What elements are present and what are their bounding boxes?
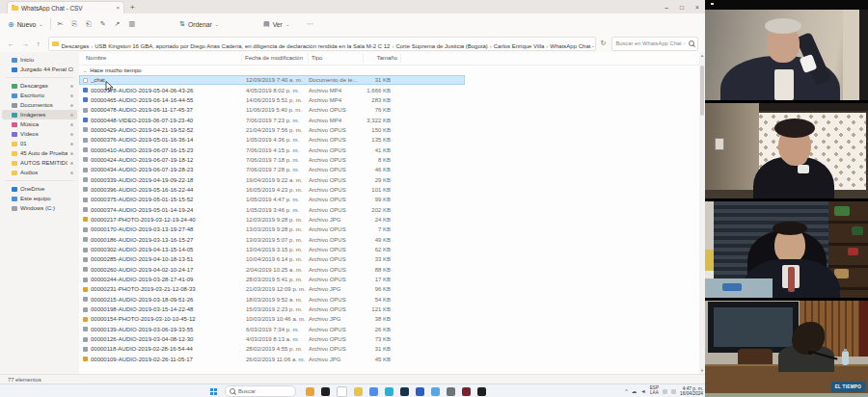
file-row[interactable]: 00000424-AUDIO-2019-06-07-19-18-127/06/2…	[79, 155, 705, 165]
sidebar-item-windows-c-[interactable]: Windows (C:)	[2, 203, 77, 213]
file-row[interactable]: 00000198-AUDIO-2019-03-15-14-22-4815/03/…	[79, 304, 705, 314]
column-header-1[interactable]: Fecha de modificación	[242, 54, 309, 63]
explorer-tab[interactable]: WhatsApp Chat - CSV ×	[7, 1, 124, 13]
group-header[interactable]: ⌄ Hace mucho tiempo	[79, 66, 705, 75]
view-button[interactable]: ▤ Ver ⌄	[263, 20, 289, 28]
paste-icon[interactable]: ⎗	[86, 20, 92, 28]
sidebar-item-45-auto-de-pruebas[interactable]: 45 Auto de Pruebas	[2, 148, 77, 158]
file-row[interactable]: 00000217-PHOTO-2019-03-12-19-24-4012/03/…	[79, 215, 705, 225]
volume-icon[interactable]: ◄	[640, 388, 645, 394]
participant-video-2[interactable]	[705, 103, 868, 198]
breadcrumb-item[interactable]: WhatsApp Chat - CSV	[550, 43, 595, 49]
clock[interactable]: 4:47 p. m. 16/04/2024	[680, 386, 703, 397]
tab-close-icon[interactable]: ×	[116, 5, 120, 11]
file-row[interactable]: 00000244-AUDIO-2019-03-28-17-41-0928/03/…	[79, 275, 705, 284]
taskbar-app-icon[interactable]	[477, 387, 486, 396]
close-icon[interactable]: ×	[690, 4, 705, 11]
forward-icon[interactable]: →	[22, 40, 29, 47]
breadcrumb-item[interactable]: Carlos Enrique Villa	[494, 43, 545, 49]
taskbar-search[interactable]: Buscar	[225, 385, 296, 397]
file-row[interactable]: 00000302-AUDIO-2019-04-13-15-14-0513/04/…	[79, 245, 705, 254]
taskbar-app-icon[interactable]	[431, 387, 440, 396]
taskbar-app-icon[interactable]	[447, 387, 455, 396]
file-row[interactable]: 00000339-AUDIO-2019-04-19-09-22-1819/04/…	[79, 174, 705, 184]
file-row[interactable]: 00000186-AUDIO-2019-03-13-16-15-2713/03/…	[79, 235, 705, 245]
taskbar-app-icon[interactable]	[400, 387, 409, 396]
file-row[interactable]: 00000375-AUDIO-2019-05-01-15-15-521/05/2…	[79, 195, 705, 204]
sidebar-item-juzgado-44-penal-circuito-g[interactable]: Juzgado 44 Penal Circuito G	[2, 65, 77, 74]
file-row[interactable]: 00000429-AUDIO-2019-04-21-19-52-5221/04/…	[79, 125, 705, 135]
cut-icon[interactable]: ✂	[58, 20, 64, 28]
column-header-3[interactable]: Tamaño	[364, 54, 401, 63]
file-row[interactable]: 00000109-AUDIO-2019-02-26-11-05-1726/02/…	[79, 355, 705, 364]
file-row[interactable]: 00000396-AUDIO-2019-05-16-16-22-4416/05/…	[79, 185, 705, 195]
participant-video-3[interactable]	[705, 201, 868, 298]
file-row[interactable]: 00000154-PHOTO-2019-03-10-10-45-1210/03/…	[79, 314, 705, 324]
language-indicator[interactable]: ESP LAA	[650, 386, 659, 395]
sidebar-item-m-sica[interactable]: Música	[2, 119, 77, 129]
taskbar-app-icon[interactable]	[321, 387, 330, 396]
sidebar-item-este-equipo[interactable]: Este equipo	[2, 194, 77, 203]
new-tab-button[interactable]: +	[130, 2, 135, 13]
sidebar-item-escritorio[interactable]: Escritorio	[2, 91, 77, 100]
participant-video-1[interactable]	[705, 0, 868, 100]
network-icon[interactable]	[663, 389, 667, 394]
sidebar-item-01[interactable]: 01	[2, 139, 77, 148]
column-header-2[interactable]: Tipo	[309, 54, 364, 63]
file-row[interactable]: 00000126-AUDIO-2019-03-04-08-12-304/03/2…	[79, 334, 705, 344]
file-row[interactable]: 00000139-AUDIO-2019-03-06-19-33-556/03/2…	[79, 325, 705, 334]
breadcrumb-item[interactable]: Descargas	[62, 43, 90, 49]
file-row[interactable]: 00000170-AUDIO-2019-03-13-19-27-4813/03/…	[79, 225, 705, 234]
taskbar-app-icon[interactable]	[369, 387, 378, 396]
file-row[interactable]: 00000465-AUDIO-2019-06-14-16-44-5514/06/…	[79, 95, 705, 105]
file-row[interactable]: 00000374-AUDIO-2019-05-01-14-19-241/05/2…	[79, 204, 705, 214]
sidebar-item-documentos[interactable]: Documentos	[2, 100, 77, 110]
delete-icon[interactable]: ▥	[128, 20, 135, 28]
column-header-0[interactable]: Nombre	[83, 54, 242, 63]
file-row[interactable]: 00000448-VIDEO-2019-06-07-19-23-407/06/2…	[79, 115, 705, 124]
sidebar-item-autos-remitidos-exam[interactable]: AUTOS REMITIDOS EXAM	[2, 158, 77, 168]
taskbar-app-icon[interactable]	[354, 387, 363, 396]
file-row[interactable]: 00000376-AUDIO-2019-05-01-16-36-141/05/2…	[79, 135, 705, 145]
breadcrumb[interactable]: Descargas›USB Kingston 16 GBA, aportado …	[48, 37, 596, 51]
share-icon[interactable]: ↗	[115, 20, 121, 28]
breadcrumb-item[interactable]: USB Kingston 16 GBA, aportado por Diego …	[95, 43, 390, 49]
taskbar-app-icon[interactable]	[416, 387, 424, 396]
file-row[interactable]: _chat12/09/2019 7:40 a. m.Documento de t…	[79, 75, 465, 85]
up-icon[interactable]: ↑	[37, 40, 41, 47]
file-row[interactable]: 00000285-AUDIO-2019-04-10-18-13-5110/04/…	[79, 254, 705, 264]
file-row[interactable]: 00000178-AUDIO-2019-05-04-06-43-264/05/2…	[79, 85, 705, 94]
battery-icon[interactable]	[671, 389, 676, 394]
new-button[interactable]: ⊕ Nuevo ⌄	[8, 20, 43, 29]
sidebar-item-inicio[interactable]: Inicio	[2, 55, 77, 65]
taskbar-app-icon[interactable]	[385, 387, 393, 396]
breadcrumb-item[interactable]: Corte Suprema de Justicia (Bogotá)	[395, 43, 487, 49]
file-row[interactable]: 00000215-AUDIO-2019-03-18-09-51-2618/03/…	[79, 295, 705, 304]
taskbar-app-icon[interactable]	[462, 387, 471, 396]
copy-icon[interactable]: ⎘	[71, 20, 77, 28]
file-row[interactable]: 00000410-AUDIO-2019-06-07-16-15-237/06/2…	[79, 145, 705, 154]
file-row[interactable]: 00000118-AUDIO-2019-02-28-16-54-4428/02/…	[79, 344, 705, 354]
sort-button[interactable]: ⇅ Ordenar ⌄	[179, 20, 219, 28]
search-input[interactable]: Buscar en WhatsApp Chat - CSV	[611, 37, 698, 51]
sidebar-item-audios[interactable]: Audios	[2, 168, 77, 177]
refresh-icon[interactable]: ↻	[601, 40, 607, 47]
onedrive-icon[interactable]: ☁	[632, 388, 637, 394]
sidebar-item-im-genes[interactable]: Imágenes	[2, 110, 77, 119]
more-options-button[interactable]: ⋯	[307, 20, 313, 28]
file-row[interactable]: 00000478-AUDIO-2019-06-11-17-45-3711/06/…	[79, 105, 705, 115]
minimize-icon[interactable]: –	[659, 4, 674, 11]
tray-chevron-icon[interactable]: ^	[625, 388, 628, 394]
scrollbar-thumb[interactable]	[700, 66, 704, 116]
sidebar-item-v-deos[interactable]: Vídeos	[2, 129, 77, 139]
sidebar-item-onedrive[interactable]: OneDrive	[2, 184, 77, 194]
maximize-icon[interactable]: □	[674, 4, 690, 11]
start-button[interactable]	[210, 388, 217, 395]
file-row[interactable]: 00000231-PHOTO-2019-03-21-12-08-3321/03/…	[79, 284, 705, 294]
file-row[interactable]: 00000434-AUDIO-2019-06-07-19-28-237/06/2…	[79, 165, 705, 174]
file-row[interactable]: 00000260-AUDIO-2019-04-02-10-24-172/04/2…	[79, 265, 705, 275]
back-icon[interactable]: ←	[8, 40, 14, 47]
rename-icon[interactable]: ✎	[100, 20, 106, 28]
sidebar-item-descargas[interactable]: Descargas	[2, 81, 77, 91]
taskbar-app-icon[interactable]	[337, 386, 347, 397]
